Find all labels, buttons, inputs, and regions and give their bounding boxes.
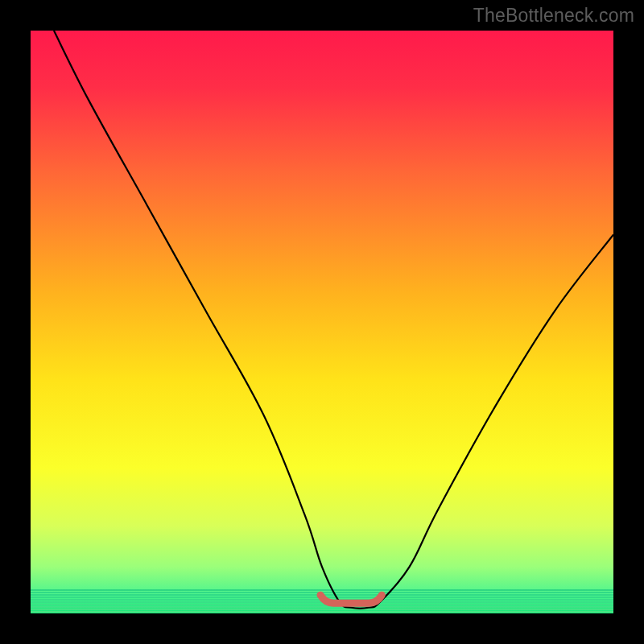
chart-plot-area — [31, 31, 613, 613]
watermark-text: TheBottleneck.com — [473, 5, 634, 27]
gradient-background — [31, 31, 613, 613]
chart-stage: TheBottleneck.com — [0, 0, 644, 644]
chart-svg — [31, 31, 613, 613]
